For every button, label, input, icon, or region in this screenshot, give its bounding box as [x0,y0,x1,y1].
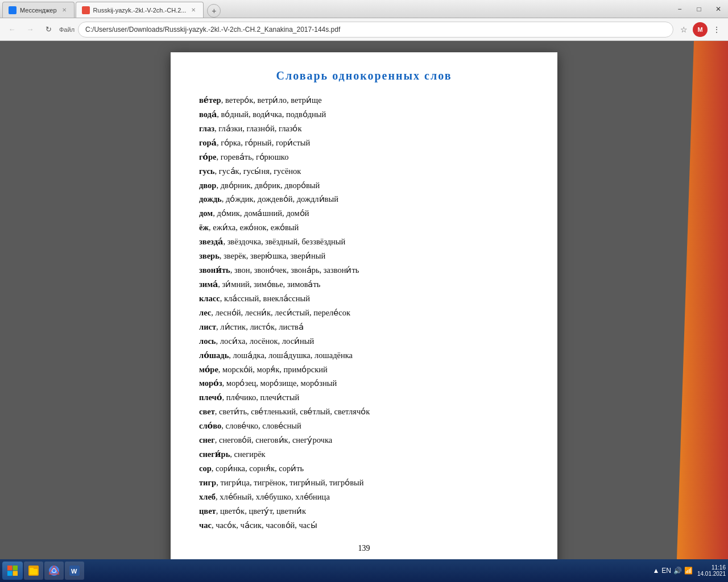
word-line: сор, сори́нка, сорня́к, сори́ть [199,462,529,476]
window-controls: − □ ✕ [670,0,728,18]
browser-content: Словарь однокоренных слов ве́тер, ветеро… [0,41,728,559]
minimize-button[interactable]: − [670,0,689,18]
word-icon: W [69,566,80,576]
taskbar-clock: 11:16 14.01.2021 [697,564,726,577]
forward-button[interactable]: → [23,22,38,37]
network-wifi-icon: 📶 [684,567,693,575]
chrome-icon [49,566,59,576]
word-line: звезда́, звёздочка, звёздный, беззвёздны… [199,235,529,249]
word-line: ёж, ежи́ха, ежо́нок, ежо́вый [199,221,529,235]
svg-rect-5 [30,569,38,575]
word-line: снег, снегово́й, снегови́к, снегу́рочка [199,434,529,447]
svg-rect-6 [30,568,34,569]
back-button[interactable]: ← [5,22,19,37]
tab-strip: Мессенджер ✕ Russkij-yazyk.-2kl.-V-2ch.-… [0,0,221,18]
word-line: снеги́рь, снегирёк [199,448,529,462]
clock-date: 14.01.2021 [697,571,726,577]
tab-pdf-label: Russkij-yazyk.-2kl.-V-2ch.-CH.2... [93,7,187,14]
title-bar: Мессенджер ✕ Russkij-yazyk.-2kl.-V-2ch.-… [0,0,728,18]
word-line: ве́тер, ветеро́к, ветри́ло, ветри́ще [199,94,529,107]
word-line: гусь, гуса́к, гусы́ня, гусёнок [199,165,529,178]
word-line: звони́ть, звон, звоно́чек, звона́рь, заз… [199,264,529,277]
word-line: лес, лесно́й, лесни́к, леси́стый, переле… [199,306,529,320]
word-line: дом, до́мик, дома́шний, домо́й [199,207,529,221]
tab-messenger-close[interactable]: ✕ [60,6,68,14]
word-line: лось, лоси́ха, лосёнок, лоси́ный [199,335,529,348]
word-line: вода́, во́дный, води́чка, подво́дный [199,108,529,122]
word-line: класс, кла́ссный, внекла́ссный [199,292,529,306]
word-line: час, часо́к, ча́сик, часово́й, часы́ [199,519,529,533]
start-button[interactable] [2,562,23,580]
word-line: го́ре, горева́ть, го́рюшко [199,151,529,164]
word-line: зима́, зи́мний, зимо́вье, зимова́ть [199,278,529,292]
tab-messenger[interactable]: Мессенджер ✕ [2,2,75,18]
word-line: плечо́, пле́чико, плечи́стый [199,391,529,405]
maximize-button[interactable]: □ [689,0,709,18]
word-line: хлеб, хле́бный, хле́бушко, хле́бница [199,490,529,504]
word-line: зверь, зверёк, зверю́шка, звери́ный [199,250,529,263]
book-spine [677,41,728,559]
system-tray: ▲ EN 🔊 📶 [652,567,693,575]
refresh-button[interactable]: ↻ [41,22,56,37]
word-line: сло́во, слове́чко, слове́сный [199,419,529,433]
taskbar-explorer[interactable] [24,562,43,580]
clock-time: 11:16 [712,564,726,571]
menu-icon[interactable]: ⋮ [710,23,723,36]
lang-label: EN [661,567,671,575]
bookmark-icon[interactable]: ☆ [677,23,690,36]
explorer-icon [28,566,39,576]
tab-pdf-close[interactable]: ✕ [189,6,197,14]
svg-point-9 [52,569,56,572]
word-line: лист, ли́стик, листо́к, листва́ [199,321,529,334]
word-line: ло́шадь, лоша́дка, лоша́душка, лошадёнка [199,349,529,363]
word-line: свет, свети́ть, све́тленький, све́тлый, … [199,405,529,419]
address-bar-icons: ☆ M ⋮ [677,22,723,37]
pdf-page: Словарь однокоренных слов ве́тер, ветеро… [171,52,557,559]
word-line: цвет, цвето́к, цвету́т, цветни́к [199,505,529,518]
svg-text:W: W [71,568,77,575]
messenger-icon [9,6,16,14]
word-line: тигр, тигри́ца, тигрёнок, тигри́ный, тиг… [199,476,529,490]
word-line: двор, дво́рник, дво́рик, дворо́вый [199,179,529,193]
svg-rect-0 [7,566,13,571]
file-label: Файл [59,26,75,33]
new-tab-button[interactable]: + [207,4,221,18]
taskbar-right: ▲ EN 🔊 📶 11:16 14.01.2021 [652,564,726,577]
taskbar: W ▲ EN 🔊 📶 11:16 14.01.2021 [0,559,728,582]
address-input[interactable] [78,22,673,38]
svg-rect-2 [7,571,13,576]
word-line: гора́, го́рка, го́рный, гори́стый [199,136,529,150]
network-icon: ▲ [652,567,659,575]
address-bar: ← → ↻ Файл ☆ M ⋮ [0,18,728,41]
word-line: глаз, гла́зки, глазно́й, глазо́к [199,122,529,136]
svg-rect-1 [13,566,18,571]
pdf-icon [82,6,90,14]
windows-logo-icon [7,565,18,576]
word-line: мо́ре, морско́й, моря́к, примо́рский [199,363,529,377]
book-corner-decoration [660,41,728,559]
word-line: дождь, до́ждик, дождево́й, дождли́вый [199,193,529,206]
word-list: ве́тер, ветеро́к, ветри́ло, ветри́щевода… [199,94,529,533]
taskbar-word[interactable]: W [65,562,84,580]
page-title: Словарь однокоренных слов [199,69,529,82]
page-number: 139 [199,544,529,553]
close-button[interactable]: ✕ [709,0,728,18]
taskbar-chrome[interactable] [44,562,64,580]
tab-pdf[interactable]: Russkij-yazyk.-2kl.-V-2ch.-CH.2... ✕ [76,2,204,18]
volume-icon: 🔊 [673,567,682,575]
tab-messenger-label: Мессенджер [20,7,57,14]
svg-rect-3 [13,571,18,576]
profile-icon[interactable]: M [693,22,708,37]
word-line: моро́з, моро́зец, моро́зище, моро́зный [199,377,529,390]
